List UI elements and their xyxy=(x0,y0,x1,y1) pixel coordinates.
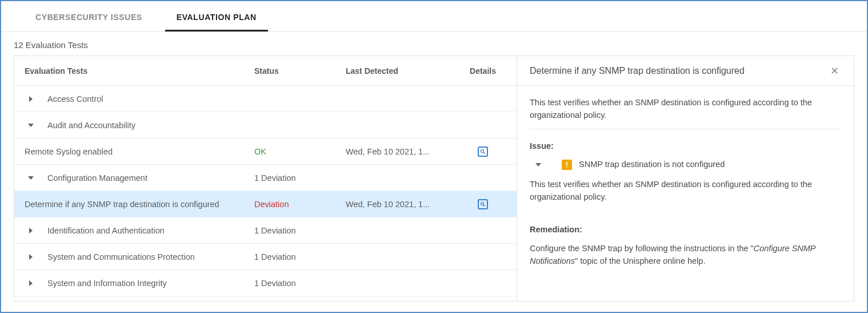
status-ok: OK xyxy=(254,147,346,156)
details-description: This test verifies whether an SNMP desti… xyxy=(530,96,841,122)
last-detected: Wed, Feb 10 2021, 1... xyxy=(346,147,454,156)
chevron-right-icon xyxy=(25,228,37,233)
chevron-down-icon xyxy=(532,162,545,168)
test-label: Remote Syslog enabled xyxy=(25,147,113,156)
evaluation-table: Evaluation Tests Status Last Detected De… xyxy=(14,56,517,301)
content-area: Evaluation Tests Status Last Detected De… xyxy=(14,56,854,302)
chevron-down-icon xyxy=(25,175,37,181)
issue-description: This test verifies whether an SNMP desti… xyxy=(530,178,841,204)
group-configuration-management[interactable]: Configuration Management 1 Deviation xyxy=(14,165,517,191)
svg-point-0 xyxy=(481,149,484,152)
issue-label: Issue: xyxy=(530,140,841,152)
column-header-name[interactable]: Evaluation Tests xyxy=(14,66,254,76)
column-header-status[interactable]: Status xyxy=(254,66,346,76)
view-details-icon[interactable] xyxy=(478,199,488,209)
test-remote-syslog[interactable]: Remote Syslog enabled OK Wed, Feb 10 202… xyxy=(14,138,517,165)
warning-icon: ! xyxy=(562,160,572,170)
issue-item[interactable]: ! SNMP trap destination is not configure… xyxy=(532,158,841,171)
remediation-label: Remediation: xyxy=(530,223,841,236)
group-label: Access Control xyxy=(47,94,103,104)
details-panel: Determine if any SNMP trap destination i… xyxy=(517,56,854,301)
group-status: 1 Deviation xyxy=(254,173,346,183)
group-status: 1 Deviation xyxy=(254,226,346,235)
group-access-control[interactable]: Access Control xyxy=(14,86,517,112)
chevron-right-icon xyxy=(25,254,37,260)
column-header-details[interactable]: Details xyxy=(454,66,511,76)
last-detected: Wed, Feb 10 2021, 1... xyxy=(346,200,454,209)
svg-line-3 xyxy=(483,205,485,207)
chevron-down-icon xyxy=(25,122,37,128)
tab-cybersecurity-issues[interactable]: CYBERSECURITY ISSUES xyxy=(24,5,154,31)
close-icon[interactable]: ✕ xyxy=(827,65,841,77)
group-label: Configuration Management xyxy=(47,173,147,183)
group-label: Audit and Accountability xyxy=(47,121,135,130)
group-status: 1 Deviation xyxy=(254,252,346,262)
tab-evaluation-plan[interactable]: EVALUATION PLAN xyxy=(165,5,268,31)
group-identification-authentication[interactable]: Identification and Authentication 1 Devi… xyxy=(14,217,517,244)
svg-line-1 xyxy=(483,152,485,154)
test-label: Determine if any SNMP trap destination i… xyxy=(25,200,219,209)
svg-point-2 xyxy=(481,202,484,205)
remediation-text: Configure the SNMP trap by following the… xyxy=(530,242,841,268)
status-deviation: Deviation xyxy=(254,200,346,209)
group-system-communications-protection[interactable]: System and Communications Protection 1 D… xyxy=(14,244,517,270)
column-header-last-detected[interactable]: Last Detected xyxy=(346,66,454,76)
chevron-right-icon xyxy=(25,96,37,102)
evaluation-count-label: 12 Evaluation Tests xyxy=(1,32,867,56)
group-label: System and Communications Protection xyxy=(47,252,195,262)
tab-bar: CYBERSECURITY ISSUES EVALUATION PLAN xyxy=(1,5,867,32)
table-header: Evaluation Tests Status Last Detected De… xyxy=(14,56,517,86)
group-system-information-integrity[interactable]: System and Information Integrity 1 Devia… xyxy=(14,270,517,296)
details-title: Determine if any SNMP trap destination i… xyxy=(530,66,745,76)
group-audit-accountability[interactable]: Audit and Accountability xyxy=(14,112,517,138)
test-snmp-trap-destination[interactable]: Determine if any SNMP trap destination i… xyxy=(14,191,517,217)
issue-title: SNMP trap destination is not configured xyxy=(579,158,725,171)
group-label: Identification and Authentication xyxy=(47,226,165,235)
group-status: 1 Deviation xyxy=(254,279,346,288)
chevron-right-icon xyxy=(25,280,37,286)
group-label: System and Information Integrity xyxy=(47,279,167,288)
view-details-icon[interactable] xyxy=(478,146,488,157)
